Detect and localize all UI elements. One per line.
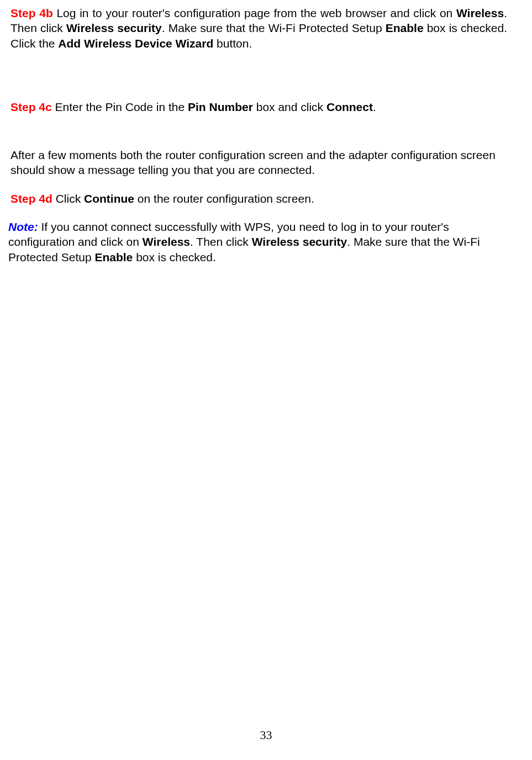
text: . Then click [190, 235, 252, 248]
text: box and click [253, 101, 326, 113]
bold-enable: Enable [386, 22, 424, 34]
text: on the router configuration screen. [134, 192, 314, 205]
text: Click [52, 192, 84, 205]
text: After a few moments both the router conf… [10, 149, 496, 176]
bold-connect: Connect [326, 101, 373, 113]
after-paragraph: After a few moments both the router conf… [10, 147, 507, 178]
note-label: Note: [8, 220, 38, 233]
step-4b-label: Step 4b [10, 7, 53, 19]
bold-pin-number: Pin Number [188, 101, 253, 113]
bold-continue: Continue [84, 192, 134, 205]
step-4d-paragraph: Step 4d Click Continue on the router con… [10, 191, 507, 206]
note-paragraph: Note: If you cannot connect successfully… [8, 219, 507, 265]
bold-wireless-security: Wireless security [66, 22, 162, 34]
text: . [373, 101, 376, 113]
step-4c-paragraph: Step 4c Enter the Pin Code in the Pin Nu… [10, 99, 507, 114]
text: Log in to your router's configuration pa… [53, 7, 456, 19]
bold-add-wizard: Add Wireless Device Wizard [58, 37, 213, 50]
step-4b-paragraph: Step 4b Log in to your router's configur… [10, 6, 507, 51]
bold-wireless-security2: Wireless security [252, 235, 347, 248]
bold-wireless: Wireless [456, 7, 504, 19]
bold-wireless2: Wireless [143, 235, 190, 248]
text: Enter the Pin Code in the [52, 101, 188, 113]
step-4c-label: Step 4c [10, 101, 52, 113]
text: . Make sure that the Wi-Fi Protected Set… [162, 22, 386, 34]
text: box is checked. [133, 251, 216, 263]
step-4d-label: Step 4d [10, 192, 52, 205]
text: button. [213, 37, 252, 50]
bold-enable2: Enable [94, 251, 133, 263]
